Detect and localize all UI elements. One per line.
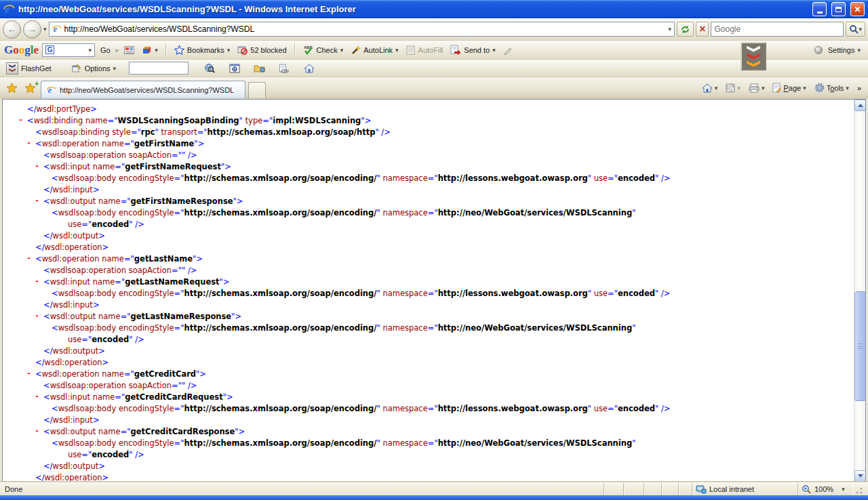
xml-line: </wsdl:input> [3, 415, 853, 426]
collapse-toggle[interactable]: - [18, 115, 23, 127]
flashget-search-box[interactable] [129, 62, 189, 75]
popup-blocked-icon [237, 45, 248, 55]
flashget-chevron-icon [747, 46, 760, 52]
status-cell [661, 483, 678, 496]
xml-line: -<wsdl:output name="getLastNameResponse"… [3, 311, 853, 322]
toolbar-overflow-button[interactable]: » [854, 82, 864, 94]
collapse-toggle[interactable]: - [35, 311, 39, 322]
collapse-toggle[interactable]: - [35, 161, 39, 173]
ie-logo-icon [3, 3, 15, 15]
home-icon [304, 64, 315, 73]
bookmarks-button[interactable]: Bookmarks▾ [172, 44, 233, 56]
collapse-toggle[interactable]: - [35, 196, 39, 207]
print-chevron-icon[interactable]: ▾ [762, 85, 765, 91]
restore-button[interactable] [831, 2, 846, 16]
favorites-button[interactable] [4, 81, 20, 95]
collapse-toggle[interactable]: - [26, 253, 31, 265]
flashget-button[interactable]: FlashGet [4, 61, 54, 76]
flashget-search-input[interactable] [132, 63, 185, 73]
autofill-button: AutoFill [404, 44, 446, 56]
xml-line: use="encoded" /> [3, 334, 853, 346]
address-url[interactable]: http://neo/WebGoat/services/WSDLScanning… [64, 24, 666, 34]
flashget-chevron-icon [747, 54, 760, 60]
history-chevron-icon[interactable]: ▾ [43, 26, 47, 33]
toolbar-expand-chevron-icon[interactable]: ▸ [116, 47, 119, 54]
collapse-toggle[interactable]: - [35, 392, 39, 403]
scroll-up-button[interactable] [854, 100, 866, 111]
xml-line: <wsdlsoap:body encodingStyle="http://sch… [3, 403, 853, 415]
settings-area: Settings▾ [814, 41, 863, 60]
zoom-control[interactable]: 100% ▾ [797, 483, 853, 496]
status-cell [678, 483, 692, 496]
search-go-button[interactable]: ▾ [846, 22, 865, 37]
page-menu-button[interactable]: Page ▾ [770, 81, 808, 95]
flashget-toolbar: FlashGet Options ▾ [0, 60, 868, 77]
options-button[interactable]: Options ▾ [70, 62, 118, 75]
collapse-toggle[interactable]: - [26, 369, 31, 380]
add-favorite-button[interactable]: + [22, 81, 38, 95]
zoom-chevron-icon[interactable]: ▾ [842, 486, 845, 493]
stop-button[interactable]: × [696, 22, 709, 37]
xml-line: -<wsdl:binding name="WSDLScanningSoapBin… [3, 115, 853, 127]
news-button[interactable] [122, 45, 136, 56]
new-tab-stub[interactable] [248, 82, 266, 98]
xml-line: -<wsdl:input name="getFirstNameRequest"> [3, 161, 853, 173]
vertical-scrollbar[interactable] [854, 100, 865, 482]
site-search-button[interactable] [202, 62, 218, 75]
collapse-toggle[interactable]: - [26, 138, 31, 150]
forward-button[interactable]: → [23, 20, 41, 39]
resize-grip[interactable] [853, 484, 868, 495]
address-bar[interactable]: http://neo/WebGoat/services/WSDLScanning… [49, 22, 675, 37]
settings-button[interactable]: Settings▾ [826, 45, 863, 56]
xml-document: g </wsdl:portType>-<wsdl:binding name="W… [3, 100, 853, 482]
highlighter-button[interactable] [501, 44, 515, 56]
site-explorer-button[interactable] [252, 62, 267, 74]
flashget-home-button[interactable] [302, 62, 317, 75]
xml-line: <wsdlsoap:body encodingStyle="http://sch… [3, 207, 853, 219]
capture-button[interactable] [227, 62, 242, 75]
popup-blocker-button[interactable]: 52 blocked [235, 44, 288, 56]
home-chevron-icon[interactable]: ▾ [715, 85, 718, 91]
autofill-form-icon [406, 45, 416, 55]
site-options-button[interactable]: ▾ [140, 44, 160, 56]
search-options-chevron-icon[interactable]: ▾ [859, 26, 862, 33]
xml-line: -<wsdl:operation name="getFirstName"> [3, 138, 853, 150]
go-button[interactable]: Go [98, 45, 113, 56]
tools-chevron-icon[interactable]: ▾ [846, 85, 849, 91]
minimize-button[interactable] [812, 2, 827, 16]
download-all-button[interactable] [277, 62, 291, 75]
tab-active[interactable]: http://neo/WebGoat/services/WSDLScanning… [41, 81, 245, 98]
google-search-combo[interactable]: G ▾ [42, 43, 95, 57]
address-dropdown-button[interactable]: ▾ [669, 26, 672, 33]
search-globe-icon [204, 63, 216, 73]
send-to-chevron-icon: ▾ [492, 47, 496, 54]
separator [294, 43, 296, 57]
refresh-button[interactable] [677, 22, 694, 37]
scrollbar-thumb[interactable] [854, 291, 866, 401]
cube-chevron-icon: ▾ [155, 47, 158, 54]
collapse-toggle[interactable]: - [35, 276, 39, 288]
search-box[interactable] [711, 22, 844, 37]
autolink-chevron-icon: ▾ [395, 47, 399, 54]
page-chevron-icon[interactable]: ▾ [803, 85, 806, 91]
google-logo: Google [4, 43, 39, 57]
cube-icon [142, 45, 152, 55]
back-button[interactable]: ← [3, 20, 21, 39]
collapse-toggle[interactable]: - [35, 426, 39, 438]
print-button[interactable]: ▾ [746, 81, 768, 95]
flashget-launch-button[interactable] [741, 42, 766, 70]
close-button[interactable]: ✕ [850, 2, 865, 16]
google-combo-chevron-icon[interactable]: ▾ [88, 47, 92, 54]
xml-line: <wsdlsoap:operation soapAction="" /> [3, 150, 853, 161]
up-arrow-icon [858, 104, 863, 107]
search-input[interactable] [714, 24, 840, 34]
printer-icon [749, 83, 760, 93]
tools-menu-button[interactable]: Tools ▾ [812, 81, 852, 95]
spellcheck-button[interactable]: Check▾ [301, 43, 346, 56]
scroll-down-button[interactable] [854, 470, 866, 482]
bookmarks-chevron-icon: ▾ [227, 47, 231, 54]
autolink-button[interactable]: AutoLink▾ [349, 44, 400, 56]
send-to-button[interactable]: Send to▾ [448, 43, 497, 56]
pen-icon [503, 45, 513, 55]
home-button[interactable]: ▾ [699, 81, 721, 95]
